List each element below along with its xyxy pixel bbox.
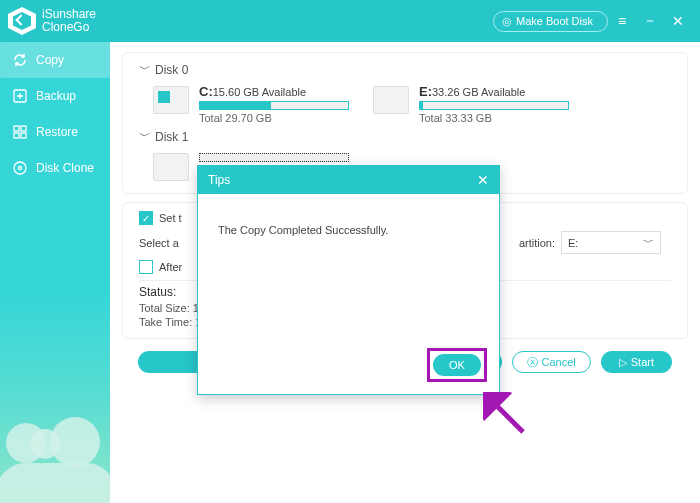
- partition-label: artition:: [519, 237, 555, 249]
- after-label: After: [159, 261, 182, 273]
- sidebar-item-label: Disk Clone: [36, 161, 94, 175]
- title-bar: iSunshare CloneGo ◎ Make Boot Disk ≡ － ✕: [0, 0, 700, 42]
- decorative-clouds: [0, 413, 110, 503]
- tips-dialog: Tips ✕ The Copy Completed Successfully. …: [197, 165, 500, 395]
- app-logo: iSunshare CloneGo: [8, 7, 96, 35]
- app-brand: iSunshare CloneGo: [42, 8, 96, 34]
- svg-rect-1: [14, 126, 19, 131]
- drive-icon: [373, 86, 409, 114]
- partition-select[interactable]: E: ﹀: [561, 231, 661, 254]
- sidebar-item-label: Backup: [36, 89, 76, 103]
- x-circle-icon: ⓧ: [527, 355, 538, 370]
- close-button[interactable]: ✕: [664, 7, 692, 35]
- chevron-down-icon: ﹀: [139, 128, 151, 145]
- sidebar-item-label: Restore: [36, 125, 78, 139]
- play-circle-icon: ▷: [619, 356, 627, 369]
- menu-button[interactable]: ≡: [608, 7, 636, 35]
- dialog-title: Tips: [208, 173, 230, 187]
- make-boot-disk-button[interactable]: ◎ Make Boot Disk: [493, 11, 608, 32]
- svg-rect-4: [21, 133, 26, 138]
- chevron-down-icon: ﹀: [139, 61, 151, 78]
- grid-icon: [12, 124, 28, 140]
- set-label: Set t: [159, 212, 182, 224]
- chevron-down-icon: ﹀: [643, 235, 654, 250]
- disk-header-0[interactable]: ﹀ Disk 0: [139, 61, 671, 78]
- dialog-close-button[interactable]: ✕: [477, 172, 489, 188]
- disk-header-1[interactable]: ﹀ Disk 1: [139, 128, 671, 145]
- plus-box-icon: [12, 88, 28, 104]
- svg-rect-2: [21, 126, 26, 131]
- dialog-ok-button[interactable]: OK: [433, 354, 481, 376]
- after-checkbox[interactable]: [139, 260, 153, 274]
- partition-c[interactable]: C:15.60 GB Available Total 29.70 GB: [153, 84, 349, 124]
- set-checkbox[interactable]: ✓: [139, 211, 153, 225]
- sidebar: Copy Backup Restore Disk Clone: [0, 42, 110, 503]
- windows-drive-icon: [153, 86, 189, 114]
- minimize-button[interactable]: －: [636, 7, 664, 35]
- sidebar-item-disk-clone[interactable]: Disk Clone: [0, 150, 110, 186]
- svg-rect-3: [14, 133, 19, 138]
- svg-point-5: [14, 162, 26, 174]
- dialog-titlebar: Tips ✕: [198, 166, 499, 194]
- disk-icon: [12, 160, 28, 176]
- refresh-icon: [12, 52, 28, 68]
- sidebar-item-label: Copy: [36, 53, 64, 67]
- start-button[interactable]: ▷ Start: [601, 351, 672, 373]
- sidebar-item-copy[interactable]: Copy: [0, 42, 110, 78]
- partition-e[interactable]: E:33.26 GB Available Total 33.33 GB: [373, 84, 569, 124]
- sidebar-item-restore[interactable]: Restore: [0, 114, 110, 150]
- svg-point-6: [19, 167, 22, 170]
- disc-icon: ◎: [502, 15, 512, 28]
- drive-icon: [153, 153, 189, 181]
- dialog-message: The Copy Completed Successfully.: [198, 194, 499, 266]
- cancel-button[interactable]: ⓧ Cancel: [512, 351, 591, 373]
- logo-icon: [8, 7, 36, 35]
- select-label: Select a: [139, 237, 179, 249]
- sidebar-item-backup[interactable]: Backup: [0, 78, 110, 114]
